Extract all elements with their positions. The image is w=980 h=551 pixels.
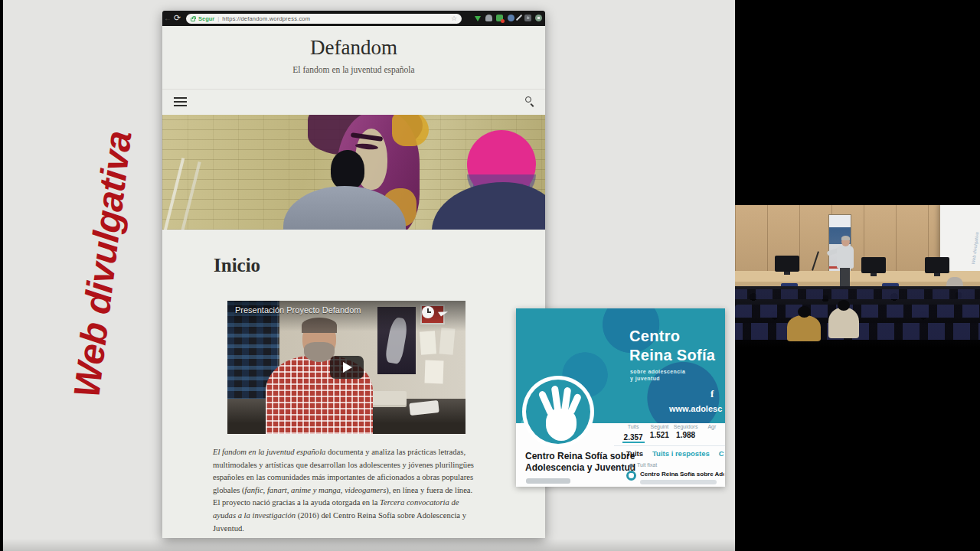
stat-following[interactable]: Seguint 1.521: [646, 424, 672, 445]
adblock-extension-icon[interactable]: [496, 15, 503, 21]
webpage: Defandom El fandom en la juventud españo…: [162, 26, 545, 538]
webcam-feed: Web divulgativa: [735, 205, 980, 347]
tab-media-truncated[interactable]: C: [719, 449, 724, 458]
twitter-profile-name[interactable]: Centro Reina Sofía sobre Adolescencia y …: [525, 451, 640, 474]
twitter-widget: Centro Reina Sofía sobre adolescencia y …: [516, 308, 725, 487]
header-mural-image: [162, 115, 545, 230]
video-wall-paper-3: [424, 360, 443, 384]
lock-icon: [191, 18, 195, 21]
audience-member-white-shirt: [828, 308, 859, 338]
url-separator: |: [217, 15, 219, 22]
twitter-tabs: Tuits Tuits i respostes C: [626, 449, 725, 458]
slide-bottom-shadow: [3, 539, 735, 551]
desk-monitor-3: [925, 257, 949, 273]
reload-icon[interactable]: ⟳: [174, 13, 181, 23]
stat-followers[interactable]: Seguidors 1.988: [673, 424, 699, 445]
pinned-tweet-label: Tuit fixat: [637, 462, 657, 468]
twitter-avatar[interactable]: [522, 376, 594, 448]
tweet-avatar: [626, 471, 636, 481]
audience-member-mustard-sweater: [787, 315, 821, 341]
mural-gold-accent: [392, 115, 429, 146]
presenter-torso: [837, 246, 854, 269]
video-wall-paper: [420, 331, 436, 354]
presentation-frame: Web divulgativa ← ⟳ Segur | https://defa…: [0, 0, 980, 551]
browser-toolbar: ← ⟳ Segur | https://defandom.wordpress.c…: [162, 11, 545, 26]
settings-extension-icon[interactable]: [535, 15, 542, 21]
watch-later-icon[interactable]: [422, 306, 434, 318]
presenter-hair: [841, 236, 850, 240]
presenter-legs: [840, 268, 850, 286]
tweet-author[interactable]: Centro Reina Sofía sobre Adol: [640, 471, 724, 478]
seat-row-1: [735, 289, 980, 299]
download-arrow-icon[interactable]: [475, 16, 481, 21]
site-title[interactable]: Defandom: [162, 36, 545, 60]
mural-ladder-shape-2: [178, 161, 201, 230]
video-title[interactable]: Presentación Proyecto Defandom: [235, 305, 361, 315]
site-header: Defandom El fandom en la juventud españo…: [162, 26, 545, 89]
security-label: Segur: [198, 15, 214, 22]
site-navbar: [162, 89, 545, 115]
cloud-extension-icon[interactable]: [485, 15, 492, 21]
page-title: Inicio: [214, 255, 260, 276]
stat-tweets[interactable]: Tuits 2.357: [620, 424, 646, 445]
stat-likes[interactable]: Agr: [699, 424, 725, 445]
twitter-handle-placeholder: [526, 478, 570, 484]
browser-window: ← ⟳ Segur | https://defandom.wordpress.c…: [162, 11, 545, 538]
tab-tweets-replies[interactable]: Tuits i respostes: [652, 449, 710, 458]
extension-icons: [475, 14, 542, 21]
hand-logo-icon: [526, 380, 590, 444]
site-tagline: El fandom en la juventud española: [162, 65, 545, 74]
url-text: https://defandom.wordpress.com: [222, 15, 310, 22]
mural-navy-blob: [432, 182, 545, 230]
bird-extension-icon[interactable]: [508, 15, 514, 21]
youtube-embed[interactable]: Presentación Proyecto Defandom: [227, 301, 466, 434]
bookmark-star-icon[interactable]: ☆: [451, 15, 457, 22]
intro-paragraph: El fandom en la juventud española docume…: [213, 446, 481, 535]
facebook-icon[interactable]: f: [710, 388, 714, 400]
banner-title: Centro Reina Sofía: [629, 327, 715, 365]
address-bar[interactable]: Segur | https://defandom.wordpress.com ☆: [186, 14, 462, 24]
banner-url[interactable]: www.adolesc: [669, 404, 722, 413]
pin-icon: [629, 464, 633, 468]
mural-ladder-shape: [162, 158, 185, 230]
tweet-text-placeholder: [640, 480, 717, 484]
play-button[interactable]: [330, 356, 364, 379]
pencil-extension-icon[interactable]: [516, 15, 522, 21]
desk-monitor-1: [775, 256, 799, 272]
projected-slide: Web divulgativa ← ⟳ Segur | https://defa…: [3, 0, 735, 551]
widget-divider: [614, 445, 725, 446]
video-wall-paper-2: [439, 328, 456, 354]
tab-tweets[interactable]: Tuits: [626, 449, 643, 458]
page-content: Inicio: [162, 230, 545, 538]
back-icon[interactable]: ←: [164, 13, 172, 23]
twitter-stats: Tuits 2.357 Seguint 1.521 Seguidors 1.98…: [620, 424, 725, 445]
slide-annotation-text: Web divulgativa: [58, 72, 147, 457]
menu-icon[interactable]: [174, 97, 187, 107]
projected-annotation-mini: Web divulgativa: [971, 205, 980, 265]
search-icon[interactable]: [524, 96, 534, 106]
banner-subtitle: sobre adolescencia y juventud: [630, 368, 685, 382]
painter-beanie: [331, 150, 364, 190]
camera-extension-icon[interactable]: [524, 15, 531, 21]
desk-monitor-2: [861, 257, 886, 273]
